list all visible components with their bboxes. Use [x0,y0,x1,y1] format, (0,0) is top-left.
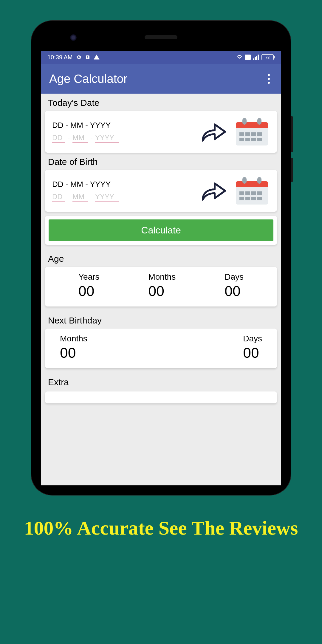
content-area: Today's Date DD - MM - YYYY DD - MM - YY… [41,98,281,403]
data-icon [245,55,251,60]
svg-rect-15 [245,138,250,141]
svg-rect-10 [239,132,244,136]
today-section-title: Today's Date [48,98,274,108]
svg-rect-21 [242,177,247,184]
screen: 10:39 AM 78 Age Calculator [41,51,281,485]
svg-rect-30 [257,197,262,200]
upload-icon [85,55,91,60]
svg-rect-24 [245,191,250,195]
side-button [291,116,293,152]
svg-rect-3 [274,56,275,58]
calendar-icon[interactable] [234,176,270,206]
nb-months-label: Months [60,334,87,343]
share-icon[interactable] [198,179,228,203]
side-button-lower [291,158,293,182]
svg-rect-11 [245,132,250,136]
age-card: Years 00 Months 00 Days 00 [45,267,277,306]
extra-section-title: Extra [48,377,274,387]
age-months-value: 00 [148,283,176,299]
svg-rect-23 [239,191,244,195]
age-months-label: Months [148,272,176,282]
overflow-menu-button[interactable] [265,71,273,87]
status-time: 10:39 AM [47,54,73,61]
next-birthday-section-title: Next Birthday [48,315,274,326]
status-bar: 10:39 AM 78 [41,51,281,64]
svg-rect-14 [239,138,244,141]
age-days-value: 00 [225,283,244,299]
svg-text:78: 78 [265,55,270,60]
nb-days-value: 00 [243,345,262,361]
dob-date-card: DD - MM - YYYY DD - MM - YYYY [45,170,277,212]
svg-rect-29 [251,197,256,200]
age-days-label: Days [225,272,244,282]
svg-rect-25 [251,191,256,195]
today-date-card: DD - MM - YYYY DD - MM - YYYY [45,111,277,153]
svg-rect-12 [251,132,256,136]
calculate-card: Calculate [45,216,277,245]
svg-rect-13 [257,132,262,136]
calculate-button[interactable]: Calculate [49,219,273,241]
wifi-icon [236,55,242,60]
phone-inner: 10:39 AM 78 Age Calculator [34,24,288,492]
calendar-icon[interactable] [234,117,270,147]
svg-rect-28 [245,197,250,200]
dob-format-label: DD - MM - YYYY [52,180,192,189]
next-birthday-card: Months 00 Days 00 [45,329,277,368]
front-camera [70,34,77,41]
app-title: Age Calculator [49,72,127,86]
dob-yyyy-input[interactable]: YYYY [95,193,119,202]
phone-bezel-top [34,24,288,51]
svg-rect-7 [236,128,268,130]
nb-days-label: Days [243,334,262,343]
svg-rect-1 [245,55,251,60]
dob-section-title: Date of Birth [48,157,274,167]
dob-dd-input[interactable]: DD [52,193,65,202]
svg-rect-26 [257,191,262,195]
today-dd-input[interactable]: DD [52,134,65,143]
svg-rect-20 [236,187,268,189]
svg-rect-27 [239,197,244,200]
today-yyyy-input[interactable]: YYYY [95,134,119,143]
gear-icon [76,55,82,60]
promo-tagline: 100% Accurate See The Reviews [12,516,310,541]
svg-rect-9 [257,118,261,125]
signal-icon [253,55,259,60]
today-mm-input[interactable]: MM [72,134,88,143]
extra-card [45,391,277,403]
phone-frame: 10:39 AM 78 Age Calculator [31,21,291,495]
svg-rect-22 [257,177,261,184]
dob-mm-input[interactable]: MM [72,193,88,202]
svg-rect-8 [242,118,247,125]
app-bar: Age Calculator [41,64,281,94]
warning-icon [94,55,100,60]
nb-months-value: 00 [60,345,87,361]
svg-rect-17 [257,138,262,141]
age-section-title: Age [48,254,274,264]
battery-icon: 78 [261,54,275,60]
age-years-label: Years [78,272,100,282]
speaker-grille [145,35,177,39]
age-years-value: 00 [78,283,100,299]
svg-rect-16 [251,138,256,141]
today-format-label: DD - MM - YYYY [52,121,192,130]
share-icon[interactable] [198,120,228,144]
